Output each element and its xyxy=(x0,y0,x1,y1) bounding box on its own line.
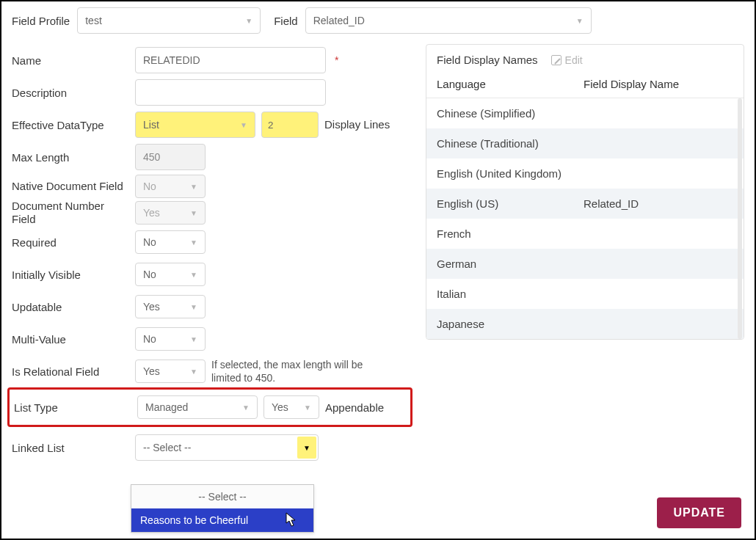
linked-list-value: -- Select -- xyxy=(143,442,191,453)
relational-value: Yes xyxy=(143,365,160,377)
chevron-down-icon: ▼ xyxy=(576,17,584,25)
list-type-select[interactable]: Managed ▼ xyxy=(137,395,258,419)
relational-note: If selected, the max length will be limi… xyxy=(211,358,395,384)
linked-list-label: Linked List xyxy=(12,442,129,454)
required-label: Required xyxy=(12,236,129,249)
list-type-value: Managed xyxy=(145,401,188,413)
linked-list-select[interactable]: -- Select -- ▼ xyxy=(135,434,319,461)
table-row: Italian xyxy=(426,279,744,309)
edit-button[interactable]: Edit xyxy=(551,54,583,66)
relational-label: Is Relational Field xyxy=(12,365,129,378)
name-cell: Related_ID xyxy=(584,197,733,210)
lang-cell: English (US) xyxy=(437,197,584,210)
chevron-down-icon: ▼ xyxy=(190,209,197,217)
name-cell xyxy=(584,227,733,240)
field-profile-label: Field Profile xyxy=(12,15,70,27)
initially-visible-select[interactable]: No ▼ xyxy=(135,263,206,286)
native-doc-value: No xyxy=(143,180,156,192)
appendable-label: Appendable xyxy=(325,401,384,414)
name-input[interactable] xyxy=(135,47,326,73)
form-column: Name * Description Effective DataType Li… xyxy=(12,44,408,528)
table-row: Chinese (Simplified) xyxy=(426,98,744,128)
lang-cell: French xyxy=(437,227,584,240)
chevron-down-icon: ▼ xyxy=(240,121,247,129)
initially-visible-label: Initially Visible xyxy=(12,269,129,281)
field-label: Field xyxy=(274,15,298,27)
lang-cell: Chinese (Traditional) xyxy=(437,137,584,150)
chevron-down-icon: ▼ xyxy=(242,404,250,412)
list-type-highlight-box: List Type Managed ▼ Yes ▼ Appendable xyxy=(7,387,412,427)
appendable-select[interactable]: Yes ▼ xyxy=(263,395,319,419)
updatable-value: Yes xyxy=(143,301,160,313)
table-row: Japanese xyxy=(426,309,744,339)
required-select[interactable]: No ▼ xyxy=(135,230,206,254)
docnum-select: Yes ▼ xyxy=(135,201,206,225)
lang-cell: Japanese xyxy=(437,318,584,330)
table-body: Chinese (Simplified) Chinese (Traditiona… xyxy=(426,98,744,339)
native-doc-label: Native Document Field xyxy=(12,180,129,193)
chevron-down-icon: ▼ xyxy=(190,183,197,191)
maxlen-label: Max Length xyxy=(12,151,129,164)
name-cell xyxy=(584,258,733,270)
name-cell xyxy=(584,107,733,120)
table-header: Language Field Display Name xyxy=(426,73,744,98)
multi-value-value: No xyxy=(143,333,156,345)
chevron-down-icon: ▼ xyxy=(190,271,197,279)
name-label: Name xyxy=(12,54,129,67)
native-doc-select: No ▼ xyxy=(135,175,206,198)
edit-label: Edit xyxy=(565,54,583,66)
lang-cell: English (United Kingdom) xyxy=(437,167,584,180)
appendable-value: Yes xyxy=(272,401,288,413)
docnum-label: Document Number Field xyxy=(12,200,129,226)
name-cell xyxy=(584,288,733,300)
updatable-label: Updatable xyxy=(12,301,129,313)
maxlen-input xyxy=(135,144,206,170)
col-display-name: Field Display Name xyxy=(584,78,733,90)
pencil-icon xyxy=(551,55,561,65)
table-row: German xyxy=(426,249,744,279)
multi-value-label: Multi-Value xyxy=(12,333,129,346)
lang-cell: Chinese (Simplified) xyxy=(437,107,584,120)
display-lines-input[interactable] xyxy=(261,112,319,138)
chevron-down-icon: ▼ xyxy=(190,238,197,247)
display-lines-label: Display Lines xyxy=(324,118,390,131)
top-selector-row: Field Profile test ▼ Field Related_ID ▼ xyxy=(12,7,744,34)
linked-list-dropdown: -- Select -- Reasons to be Cheerful xyxy=(131,484,314,533)
dropdown-option-reasons[interactable]: Reasons to be Cheerful xyxy=(131,508,313,532)
table-row: French xyxy=(426,219,744,249)
required-star-icon: * xyxy=(335,54,338,66)
field-profile-select[interactable]: test ▼ xyxy=(77,7,261,34)
update-button[interactable]: UPDATE xyxy=(657,497,741,528)
field-value: Related_ID xyxy=(313,15,365,26)
cursor-icon xyxy=(286,512,299,528)
display-names-panel: Field Display Names Edit Language Field … xyxy=(426,44,744,340)
updatable-select[interactable]: Yes ▼ xyxy=(135,295,206,318)
dropdown-option-placeholder[interactable]: -- Select -- xyxy=(131,485,313,508)
chevron-down-icon: ▼ xyxy=(245,17,252,25)
multi-value-select[interactable]: No ▼ xyxy=(135,327,206,351)
relational-select[interactable]: Yes ▼ xyxy=(135,360,206,383)
description-input[interactable] xyxy=(135,79,326,106)
table-row: English (United Kingdom) xyxy=(426,158,744,189)
datatype-select[interactable]: List ▼ xyxy=(135,112,255,138)
lang-cell: German xyxy=(437,258,584,270)
chevron-down-icon: ▼ xyxy=(304,404,311,412)
name-cell xyxy=(584,318,733,330)
table-row: Chinese (Traditional) xyxy=(426,128,744,158)
field-select[interactable]: Related_ID ▼ xyxy=(305,7,592,34)
name-cell xyxy=(584,167,733,180)
description-label: Description xyxy=(12,87,129,99)
field-profile-value: test xyxy=(85,15,102,26)
chevron-down-icon: ▼ xyxy=(190,368,197,376)
name-cell xyxy=(584,137,733,150)
lang-cell: Italian xyxy=(437,288,584,300)
datatype-value: List xyxy=(143,119,159,131)
dropdown-option-label: Reasons to be Cheerful xyxy=(140,514,248,526)
docnum-value: Yes xyxy=(143,207,160,219)
chevron-down-icon: ▼ xyxy=(190,335,197,343)
initially-visible-value: No xyxy=(143,269,156,280)
panel-title: Field Display Names xyxy=(437,54,538,66)
datatype-label: Effective DataType xyxy=(12,119,129,131)
chevron-down-icon: ▼ xyxy=(297,437,316,459)
chevron-down-icon: ▼ xyxy=(190,303,197,311)
